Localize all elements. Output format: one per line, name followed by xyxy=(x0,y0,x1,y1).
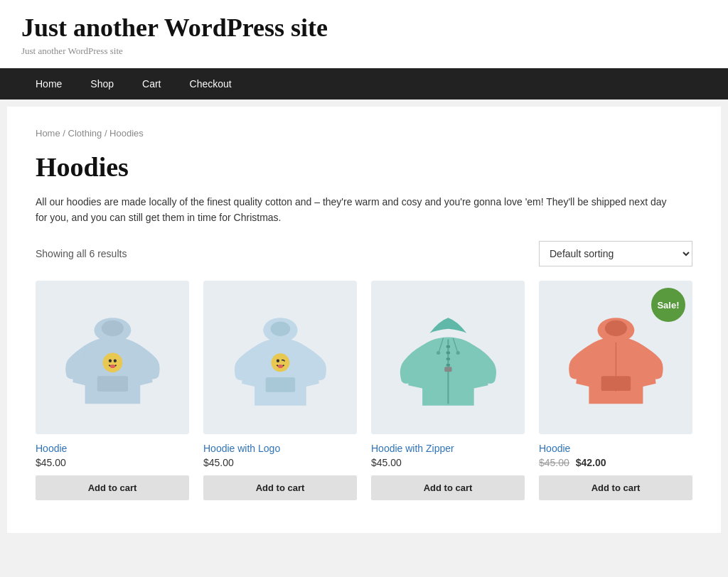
svg-point-22 xyxy=(456,351,459,355)
svg-point-12 xyxy=(278,365,283,368)
sort-select[interactable]: Default sorting Sort by popularity Sort … xyxy=(539,241,692,266)
nav-item-shop[interactable]: Shop xyxy=(76,68,128,99)
svg-rect-15 xyxy=(446,352,449,354)
product-card: Sale! Hoodie xyxy=(539,281,692,500)
product-price-3: $45.00 xyxy=(371,457,525,468)
svg-rect-14 xyxy=(446,345,449,347)
nav-item-checkout[interactable]: Checkout xyxy=(176,68,246,99)
svg-rect-9 xyxy=(265,377,294,392)
product-price-2: $45.00 xyxy=(203,457,357,468)
product-name-2[interactable]: Hoodie with Logo xyxy=(203,443,357,454)
product-price-4: $45.00 $42.00 xyxy=(539,457,692,468)
breadcrumb-clothing[interactable]: Clothing xyxy=(68,128,102,139)
product-image-2 xyxy=(203,281,357,434)
svg-rect-18 xyxy=(444,367,451,372)
product-image-4: Sale! xyxy=(539,281,692,434)
svg-rect-16 xyxy=(446,357,449,360)
breadcrumb-current: Hoodies xyxy=(109,128,144,139)
products-grid: Hoodie $45.00 Add to cart xyxy=(36,281,692,500)
original-price-4: $45.00 xyxy=(539,457,569,468)
product-name-4[interactable]: Hoodie xyxy=(539,443,692,454)
site-tagline: Just another WordPress site xyxy=(21,45,707,57)
site-title: Just another WordPress site xyxy=(21,14,707,43)
product-card: Hoodie $45.00 Add to cart xyxy=(36,281,189,500)
nav-item-home[interactable]: Home xyxy=(21,68,76,99)
svg-point-6 xyxy=(110,365,115,368)
svg-point-10 xyxy=(271,353,289,372)
product-price-1: $45.00 xyxy=(36,457,189,468)
add-to-cart-button-3[interactable]: Add to cart xyxy=(371,475,525,500)
sale-badge: Sale! xyxy=(651,288,685,322)
page-title: Hoodies xyxy=(36,151,692,183)
product-image-1 xyxy=(36,281,189,434)
results-count: Showing all 6 results xyxy=(36,248,127,259)
svg-point-8 xyxy=(270,321,290,336)
svg-rect-2 xyxy=(97,376,127,392)
breadcrumb: Home / Clothing / Hoodies xyxy=(36,128,692,139)
svg-point-3 xyxy=(102,352,122,372)
svg-point-24 xyxy=(604,320,626,336)
main-nav: Home Shop Cart Checkout xyxy=(0,68,728,99)
category-description: All our hoodies are made locally of the … xyxy=(36,194,675,226)
product-name-1[interactable]: Hoodie xyxy=(36,443,189,454)
svg-rect-17 xyxy=(446,364,449,366)
svg-point-5 xyxy=(113,360,116,362)
add-to-cart-button-1[interactable]: Add to cart xyxy=(36,475,189,500)
product-name-3[interactable]: Hoodie with Zipper xyxy=(371,443,525,454)
product-image-3 xyxy=(371,281,525,434)
main-content: Home / Clothing / Hoodies Hoodies All ou… xyxy=(7,107,721,533)
svg-point-11 xyxy=(276,360,279,362)
shop-toolbar: Showing all 6 results Default sorting So… xyxy=(36,241,692,266)
svg-point-1 xyxy=(101,320,123,336)
site-header: Just another WordPress site Just another… xyxy=(0,0,728,68)
svg-point-21 xyxy=(437,351,440,355)
product-card: Hoodie with Zipper $45.00 Add to cart xyxy=(371,281,525,500)
svg-point-4 xyxy=(108,360,111,362)
nav-item-cart[interactable]: Cart xyxy=(128,68,175,99)
add-to-cart-button-2[interactable]: Add to cart xyxy=(203,475,357,500)
product-card: Hoodie with Logo $45.00 Add to cart xyxy=(203,281,357,500)
sale-price-4: $42.00 xyxy=(576,457,606,468)
add-to-cart-button-4[interactable]: Add to cart xyxy=(539,475,692,500)
breadcrumb-home[interactable]: Home xyxy=(36,128,60,139)
